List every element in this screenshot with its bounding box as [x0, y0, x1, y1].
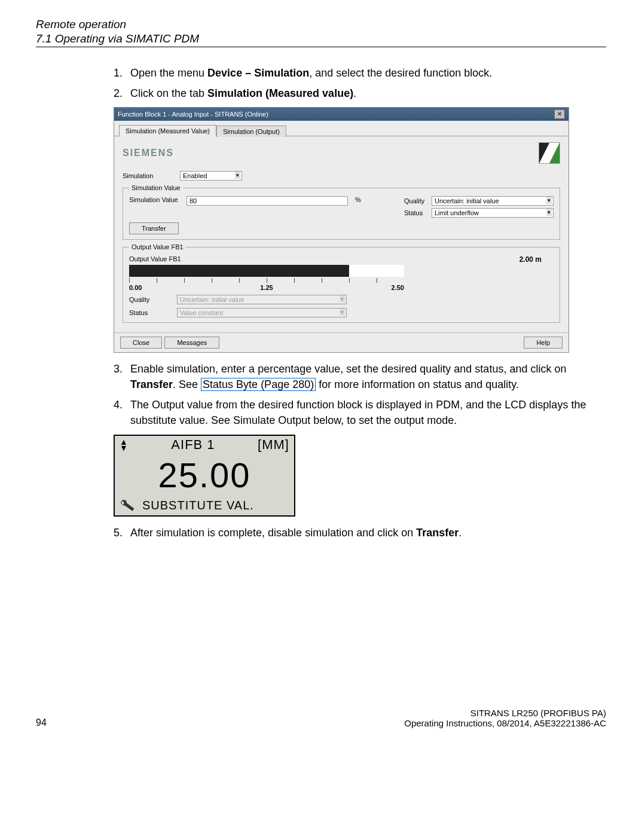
bar-current-value: 2.00 m: [519, 255, 542, 264]
header-title: Remote operation: [36, 18, 606, 31]
step-text: After simulation is complete, disable si…: [130, 525, 594, 540]
lcd-value: 25.00: [115, 454, 294, 499]
simulation-value-legend: Simulation Value: [129, 184, 183, 191]
close-button[interactable]: Close: [120, 337, 162, 349]
output-value-label: Output Value FB1: [129, 255, 554, 262]
transfer-button[interactable]: Transfer: [129, 222, 179, 234]
percent-label: %: [355, 196, 361, 203]
out-quality-label: Quality: [129, 296, 165, 303]
product-name: SITRANS LR250 (PROFIBUS PA): [404, 708, 606, 718]
lcd-fb-label: AIFB 1: [171, 437, 215, 453]
wrench-icon: [118, 499, 139, 513]
quality-label: Quality: [404, 197, 428, 204]
dialog-title: Function Block 1 - Analog Input - SITRAN…: [118, 111, 268, 118]
output-value-legend: Output Value FB1: [129, 243, 186, 251]
tick-0: 0.00: [129, 284, 142, 291]
step-number: 5.: [114, 525, 130, 540]
lcd-status: SUBSTITUTE VAL.: [142, 499, 254, 512]
tab-sim-output[interactable]: Simulation (Output): [216, 126, 286, 137]
status-label: Status: [404, 209, 428, 216]
bar-scale: 0.00 1.25 2.50: [129, 284, 404, 291]
siemens-logo: SIEMENS: [123, 148, 174, 158]
output-bar-remainder: [349, 265, 404, 277]
function-block-icon: [539, 142, 560, 164]
simulation-value-group: Simulation Value Simulation Value 80 % Q…: [123, 184, 560, 240]
step-number: 1.: [114, 65, 130, 81]
out-status-dropdown: Value constant: [177, 308, 347, 317]
lcd-display: ▲▼ AIFB 1 [MM] 25.00 SUBSTITUTE VAL.: [114, 435, 295, 517]
lcd-unit: [MM]: [258, 437, 289, 453]
simulation-label: Simulation: [123, 172, 175, 179]
page-footer: 94 SITRANS LR250 (PROFIBUS PA) Operating…: [36, 708, 606, 728]
step-number: 3.: [114, 361, 130, 392]
help-button[interactable]: Help: [524, 337, 562, 349]
tab-sim-measured[interactable]: Simulation (Measured Value): [119, 125, 216, 136]
status-byte-link[interactable]: Status Byte (Page 280): [201, 378, 316, 391]
step-2: 2. Click on the tab Simulation (Measured…: [114, 85, 594, 101]
step-number: 4.: [114, 397, 130, 428]
tick-2: 2.50: [392, 284, 404, 291]
dialog-titlebar: Function Block 1 - Analog Input - SITRAN…: [114, 108, 568, 121]
messages-button[interactable]: Messages: [164, 337, 219, 349]
simvalue-input[interactable]: 80: [187, 196, 348, 206]
updown-arrows-icon: ▲▼: [120, 439, 129, 451]
step-number: 2.: [114, 85, 130, 101]
step-5: 5. After simulation is complete, disable…: [114, 525, 594, 540]
status-dropdown[interactable]: Limit underflow: [432, 208, 554, 218]
header-subtitle: 7.1 Operating via SIMATIC PDM: [36, 32, 606, 45]
close-icon[interactable]: ✕: [554, 109, 565, 119]
page-header: Remote operation 7.1 Operating via SIMAT…: [36, 18, 606, 47]
step-1: 1. Open the menu Device – Simulation, an…: [114, 65, 594, 81]
doc-info: Operating Instructions, 08/2014, A5E3222…: [404, 718, 606, 728]
step-4: 4. The Output value from the desired fun…: [114, 397, 594, 428]
step-text: The Output value from the desired functi…: [130, 397, 594, 428]
step-text: Open the menu Device – Simulation, and s…: [130, 65, 594, 81]
page-number: 94: [36, 717, 47, 728]
quality-dropdown[interactable]: Uncertain: initial value: [432, 196, 554, 206]
out-status-label: Status: [129, 309, 165, 316]
step-3: 3. Enable simulation, enter a percentage…: [114, 361, 594, 392]
tick-1: 1.25: [260, 284, 273, 291]
output-bar: [129, 265, 404, 277]
step-text: Click on the tab Simulation (Measured va…: [130, 85, 594, 101]
simulation-dialog: Function Block 1 - Analog Input - SITRAN…: [114, 107, 569, 353]
out-quality-dropdown: Uncertain: initial value: [177, 295, 347, 304]
simulation-dropdown[interactable]: Enabled: [180, 171, 242, 181]
output-value-group: Output Value FB1 Output Value FB1 2.00 m…: [123, 243, 560, 323]
simvalue-label: Simulation Value: [129, 196, 182, 203]
step-text: Enable simulation, enter a percentage va…: [130, 361, 594, 392]
